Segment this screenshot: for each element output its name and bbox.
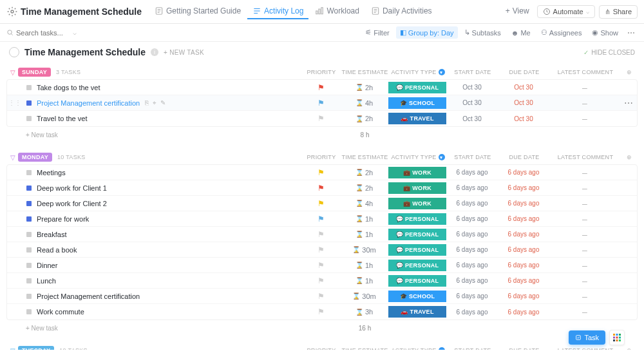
activity-chip[interactable]: 💬PERSONAL [388, 229, 446, 240]
task-row[interactable]: ⋮⋮ Project Management certification ⎘⌖✎ … [7, 95, 637, 111]
start-date[interactable]: Oct 30 [446, 115, 498, 122]
due-date[interactable]: 6 days ago [498, 277, 549, 284]
me-button[interactable]: ☻Me [507, 27, 535, 39]
due-date[interactable]: 6 days ago [498, 169, 549, 176]
task-row[interactable]: ⋮⋮ Travel to the vet ⚑ ⌛2h 🚗TRAVEL Oct 3… [7, 111, 637, 126]
apps-grid-button[interactable] [609, 330, 625, 345]
activity-chip[interactable]: 🎓SCHOOL [388, 291, 446, 302]
task-name[interactable]: Project Management certification [37, 292, 140, 300]
activity-chip[interactable]: 💼WORK [388, 167, 446, 178]
time-estimate[interactable]: ⌛30m [340, 292, 388, 300]
status-square[interactable] [26, 201, 32, 206]
add-column-button[interactable]: ⊕ [621, 69, 638, 75]
activity-chip[interactable]: 🚗TRAVEL [388, 113, 446, 124]
activity-chip[interactable]: 💬PERSONAL [388, 244, 446, 256]
col-comment[interactable]: LATEST COMMENT [550, 347, 621, 350]
due-date[interactable]: 6 days ago [498, 262, 549, 269]
task-row[interactable]: ⋮⋮ Project Management certification ⚑ ⌛3… [7, 289, 637, 304]
activity-chip[interactable]: 💬PERSONAL [388, 213, 446, 225]
chevron-down-icon[interactable]: ⌵ [73, 29, 77, 36]
col-due[interactable]: DUE DATE [498, 69, 550, 75]
status-square[interactable] [26, 170, 32, 175]
task-row[interactable]: ⋮⋮ Work commute ⚑ ⌛3h 🚗TRAVEL 6 days ago… [7, 304, 637, 320]
due-date[interactable]: 6 days ago [498, 200, 549, 207]
priority-flag-icon[interactable]: ⚑ [317, 184, 325, 193]
col-priority[interactable]: PRIORITY [302, 154, 341, 160]
task-name[interactable]: Take dogs to the vet [37, 84, 100, 91]
due-date[interactable]: Oct 30 [498, 115, 549, 122]
due-date[interactable]: 6 days ago [498, 246, 549, 253]
priority-flag-icon[interactable]: ⚑ [317, 276, 325, 285]
tab-getting-started-guide[interactable]: Getting Started Guide [149, 4, 246, 19]
task-row[interactable]: ⋮⋮ Meetings ⚑ ⌛2h 💼WORK 6 days ago 6 day… [7, 165, 637, 180]
time-estimate[interactable]: ⌛3h [340, 308, 388, 316]
task-name[interactable]: Work commute [37, 308, 84, 316]
start-date[interactable]: 6 days ago [446, 169, 498, 176]
status-square[interactable] [26, 278, 32, 283]
status-square[interactable] [26, 216, 32, 222]
status-square[interactable] [26, 309, 32, 314]
col-start[interactable]: START DATE [447, 69, 498, 75]
priority-flag-icon[interactable]: ⚑ [317, 114, 325, 123]
status-square[interactable] [26, 85, 32, 90]
subtasks-button[interactable]: ↳Subtasks [460, 26, 505, 39]
col-estimate[interactable]: TIME ESTIMATE [341, 347, 389, 350]
col-activity[interactable]: ACTIVITY TYPE▾ [389, 69, 447, 75]
col-comment[interactable]: LATEST COMMENT [550, 154, 621, 160]
task-name[interactable]: Project Management certification [37, 99, 140, 107]
time-estimate[interactable]: ⌛1h [340, 215, 388, 223]
add-column-button[interactable]: ⊕ [621, 347, 638, 350]
start-date[interactable]: Oct 30 [446, 99, 498, 106]
start-date[interactable]: 6 days ago [446, 215, 498, 222]
time-estimate[interactable]: ⌛2h [340, 84, 388, 91]
info-icon[interactable]: i [151, 48, 158, 56]
collapse-caret-icon[interactable]: ▽ [10, 69, 15, 76]
col-activity[interactable]: ACTIVITY TYPE▾ [389, 347, 447, 350]
time-estimate[interactable]: ⌛30m [340, 246, 388, 254]
edit-icon[interactable]: ✎ [160, 99, 166, 107]
time-estimate[interactable]: ⌛4h [340, 200, 388, 207]
toolbar-more-icon[interactable]: ⋯ [625, 28, 638, 37]
status-square[interactable] [26, 186, 32, 191]
collapse-caret-icon[interactable]: ▽ [10, 347, 15, 350]
priority-flag-icon[interactable]: ⚑ [317, 261, 325, 270]
col-priority[interactable]: PRIORITY [302, 347, 341, 350]
day-pill[interactable]: TUESDAY [18, 346, 54, 350]
due-date[interactable]: 6 days ago [498, 309, 549, 316]
start-date[interactable]: 6 days ago [446, 246, 498, 253]
start-date[interactable]: 6 days ago [446, 184, 498, 191]
task-name[interactable]: Meetings [37, 169, 66, 176]
task-row[interactable]: ⋮⋮ Read a book ⚑ ⌛30m 💬PERSONAL 6 days a… [7, 242, 637, 258]
priority-flag-icon[interactable]: ⚑ [317, 292, 325, 301]
priority-flag-icon[interactable]: ⚑ [317, 99, 325, 108]
status-square[interactable] [26, 232, 32, 237]
col-start[interactable]: START DATE [447, 154, 498, 160]
due-date[interactable]: 6 days ago [498, 292, 549, 300]
time-estimate[interactable]: ⌛4h [340, 99, 388, 107]
task-row[interactable]: ⋮⋮ Deep work for Client 1 ⚑ ⌛2h 💼WORK 6 … [7, 180, 637, 196]
filter-button[interactable]: ⚟Filter [361, 26, 393, 39]
task-name[interactable]: Dinner [37, 262, 57, 269]
col-start[interactable]: START DATE [447, 347, 498, 350]
time-estimate[interactable]: ⌛2h [340, 115, 388, 122]
activity-chip[interactable]: 💬PERSONAL [388, 260, 446, 271]
start-date[interactable]: 6 days ago [446, 309, 498, 316]
priority-flag-icon[interactable]: ⚑ [317, 245, 325, 254]
due-date[interactable]: 6 days ago [498, 231, 549, 238]
new-task-row[interactable]: + New task [26, 322, 58, 334]
activity-chip[interactable]: 💼WORK [388, 182, 446, 194]
task-name[interactable]: Travel to the vet [37, 115, 87, 122]
col-estimate[interactable]: TIME ESTIMATE [341, 69, 389, 75]
due-date[interactable]: Oct 30 [498, 84, 549, 91]
task-row[interactable]: ⋮⋮ Prepare for work ⚑ ⌛1h 💬PERSONAL 6 da… [7, 211, 637, 227]
priority-flag-icon[interactable]: ⚑ [317, 83, 325, 92]
activity-chip[interactable]: 🎓SCHOOL [388, 97, 446, 109]
activity-chip[interactable]: 💬PERSONAL [388, 82, 446, 93]
search-wrap[interactable]: ⌵ [6, 29, 97, 37]
day-pill[interactable]: SUNDAY [18, 68, 51, 77]
due-date[interactable]: 6 days ago [498, 184, 549, 191]
time-estimate[interactable]: ⌛1h [340, 231, 388, 238]
task-row[interactable]: ⋮⋮ Take dogs to the vet ⚑ ⌛2h 💬PERSONAL … [7, 80, 637, 95]
priority-flag-icon[interactable]: ⚑ [317, 168, 325, 177]
status-square[interactable] [26, 100, 32, 106]
